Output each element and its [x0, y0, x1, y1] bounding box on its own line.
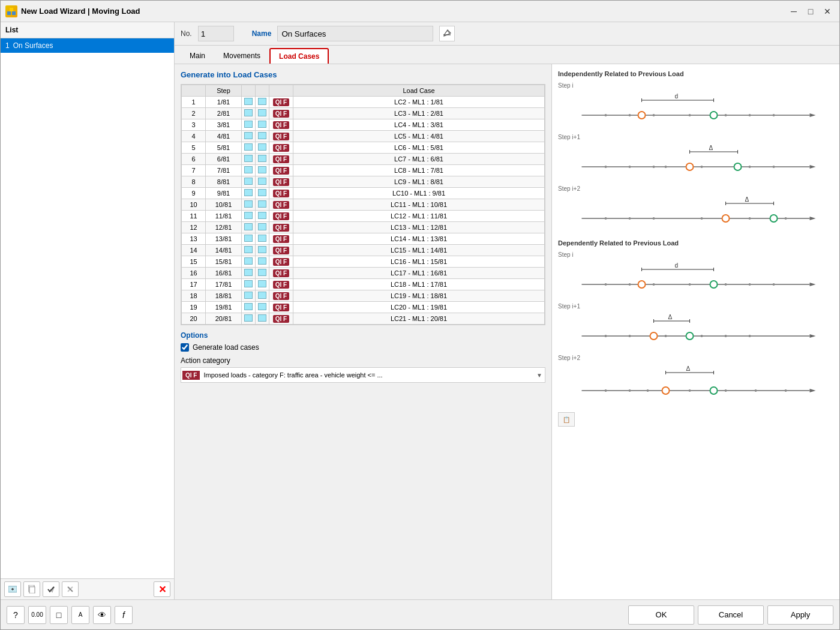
svg-point-94 [647, 389, 649, 392]
ok-button[interactable]: OK [628, 605, 694, 625]
table-row[interactable]: 9 9/81 QI F LC10 - ML1 : 9/81 [182, 188, 545, 199]
close-button[interactable]: ✕ [820, 5, 835, 17]
row-badge: QI F [269, 176, 293, 188]
diagram-copy-button[interactable]: 📋 [558, 412, 575, 427]
delete-item-button[interactable]: ✕ [154, 581, 170, 597]
dep-step-i2-diagram: Δ [558, 364, 833, 406]
row-num: 1 [182, 97, 206, 108]
row-num: 19 [182, 302, 206, 313]
no-input[interactable] [198, 26, 234, 41]
minimize-button[interactable]: ─ [787, 5, 801, 17]
units-button[interactable]: 0.00 [28, 606, 46, 624]
table-row[interactable]: 12 12/81 QI F LC13 - ML1 : 12/81 [182, 222, 545, 233]
table-row[interactable]: 17 17/81 QI F LC18 - ML1 : 17/81 [182, 279, 545, 290]
no-label: No. [181, 29, 192, 38]
tab-main[interactable]: Main [181, 48, 214, 64]
table-row[interactable]: 6 6/81 QI F LC7 - ML1 : 6/81 [182, 154, 545, 165]
action-category-select[interactable]: QI F Imposed loads - category F: traffic… [181, 367, 545, 383]
row-color2 [256, 211, 269, 222]
svg-point-79 [629, 335, 631, 337]
text-button[interactable]: A [71, 606, 89, 624]
content-area: Generate into Load Cases Step L [175, 64, 839, 599]
row-lc: LC9 - ML1 : 8/81 [293, 176, 545, 188]
row-color2 [256, 176, 269, 188]
generate-section-title: Generate into Load Cases [181, 70, 545, 79]
svg-marker-62 [810, 283, 816, 286]
svg-point-68 [749, 283, 751, 286]
uncheck-all-button[interactable] [62, 581, 79, 597]
edit-name-button[interactable] [439, 26, 455, 41]
tab-load-cases[interactable]: Load Cases [269, 48, 329, 64]
step-i-label: Step i [558, 82, 833, 89]
check-all-button[interactable] [43, 581, 59, 597]
row-num: 7 [182, 165, 206, 176]
table-row[interactable]: 5 5/81 QI F LC6 - ML1 : 5/81 [182, 142, 545, 154]
row-color1 [242, 268, 256, 279]
generate-checkbox[interactable] [181, 343, 189, 352]
apply-button[interactable]: Apply [767, 605, 833, 625]
row-color1 [242, 211, 256, 222]
col-header-lc: Load Case [293, 85, 545, 97]
svg-point-56 [770, 215, 778, 222]
svg-marker-91 [810, 389, 816, 392]
generate-label[interactable]: Generate load cases [193, 343, 259, 352]
load-cases-table-wrapper[interactable]: Step Load Case 1 1/81 QI F [181, 84, 545, 325]
table-row[interactable]: 1 1/81 QI F LC2 - ML1 : 1/81 [182, 97, 545, 108]
row-step: 19/81 [206, 302, 242, 313]
view-button[interactable]: □ [50, 606, 68, 624]
help-button[interactable]: ? [7, 606, 25, 624]
row-color2 [256, 131, 269, 142]
name-input[interactable] [277, 26, 433, 41]
table-row[interactable]: 11 11/81 QI F LC12 - ML1 : 11/81 [182, 211, 545, 222]
table-row[interactable]: 4 4/81 QI F LC5 - ML1 : 4/81 [182, 131, 545, 142]
list-item[interactable]: 1 On Surfaces [1, 38, 174, 53]
row-badge: QI F [269, 268, 293, 279]
dialog-buttons: OK Cancel Apply [628, 605, 833, 625]
table-row[interactable]: 16 16/81 QI F LC17 - ML1 : 16/81 [182, 268, 545, 279]
table-row[interactable]: 15 15/81 QI F LC16 - ML1 : 15/81 [182, 256, 545, 268]
row-color1 [242, 154, 256, 165]
bottom-toolbar: ? 0.00 □ A 👁 f [7, 606, 133, 624]
row-lc: LC14 - ML1 : 13/81 [293, 233, 545, 245]
list-area: 1 On Surfaces [1, 38, 174, 578]
table-row[interactable]: 14 14/81 QI F LC15 - ML1 : 14/81 [182, 245, 545, 256]
table-row[interactable]: 8 8/81 QI F LC9 - ML1 : 8/81 [182, 176, 545, 188]
row-color2 [256, 97, 269, 108]
add-item-button[interactable] [4, 581, 21, 597]
table-row[interactable]: 19 19/81 QI F LC20 - ML1 : 19/81 [182, 302, 545, 313]
eye-button[interactable]: 👁 [93, 606, 111, 624]
svg-text:Δ: Δ [686, 365, 691, 372]
table-row[interactable]: 2 2/81 QI F LC3 - ML1 : 2/81 [182, 108, 545, 119]
table-row[interactable]: 3 3/81 QI F LC4 - ML1 : 3/81 [182, 119, 545, 131]
row-color1 [242, 165, 256, 176]
svg-point-20 [653, 114, 655, 116]
maximize-button[interactable]: □ [803, 5, 818, 17]
row-badge: QI F [269, 199, 293, 211]
right-panel: No. Name Main Movements Load Cases Gener… [175, 22, 839, 599]
table-row[interactable]: 13 13/81 QI F LC14 - ML1 : 13/81 [182, 233, 545, 245]
row-lc: LC17 - ML1 : 16/81 [293, 268, 545, 279]
table-row[interactable]: 18 18/81 QI F LC19 - ML1 : 18/81 [182, 290, 545, 302]
svg-point-83 [749, 335, 751, 337]
row-num: 12 [182, 222, 206, 233]
row-num: 17 [182, 279, 206, 290]
cancel-button[interactable]: Cancel [698, 605, 764, 625]
independent-title: Independently Related to Previous Load [558, 70, 833, 77]
dep-step-i-label: Step i [558, 251, 833, 258]
svg-point-100 [710, 387, 718, 394]
table-row[interactable]: 20 20/81 QI F LC21 - ML1 : 20/81 [182, 313, 545, 325]
function-button[interactable]: f [115, 606, 133, 624]
svg-point-55 [722, 215, 730, 222]
row-color2 [256, 279, 269, 290]
tab-movements[interactable]: Movements [214, 48, 269, 64]
svg-point-18 [605, 114, 607, 116]
svg-marker-47 [810, 217, 816, 220]
table-row[interactable]: 10 10/81 QI F LC11 - ML1 : 10/81 [182, 199, 545, 211]
copy-item-button[interactable] [23, 581, 40, 597]
row-color2 [256, 302, 269, 313]
row-lc: LC7 - ML1 : 6/81 [293, 154, 545, 165]
table-row[interactable]: 7 7/81 QI F LC8 - ML1 : 7/81 [182, 165, 545, 176]
action-select-text: Imposed loads - category F: traffic area… [201, 371, 534, 379]
name-label: Name [252, 29, 272, 38]
svg-point-48 [605, 217, 607, 220]
